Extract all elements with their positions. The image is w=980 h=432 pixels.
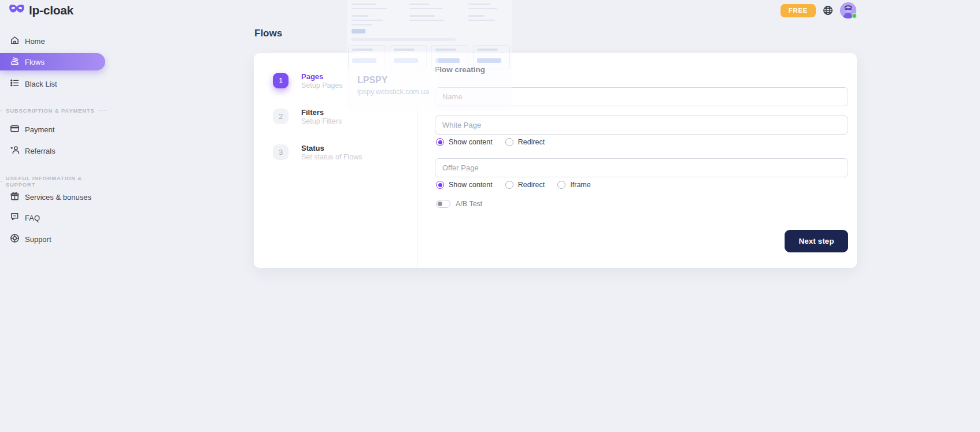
faq-bubble-icon: ?! xyxy=(10,212,20,224)
sidebar-item-referrals[interactable]: Referrals xyxy=(0,142,56,159)
flow-name-input[interactable] xyxy=(435,87,848,106)
sidebar-item-label: Black List xyxy=(25,80,57,88)
sidebar-item-support[interactable]: Support xyxy=(0,230,51,248)
white-page-mode-radio-group: Show content Redirect xyxy=(436,138,545,146)
radio-circle xyxy=(557,181,565,189)
sidebar-item-label: Services & bonuses xyxy=(25,193,91,202)
flow-creating-card: 1 Pages Setup Pages 2 Filters Setup Filt… xyxy=(254,53,857,268)
radio-circle xyxy=(436,138,444,146)
white-page-input[interactable] xyxy=(435,116,848,135)
sidebar-item-home[interactable]: Home xyxy=(0,32,45,50)
radio-circle xyxy=(436,181,444,189)
radio-redirect[interactable]: Redirect xyxy=(505,138,545,146)
sidebar: lp-cloak Home Flows Black List SUBSCRIPT… xyxy=(0,0,145,432)
list-icon xyxy=(10,78,20,90)
step-number-badge: 2 xyxy=(273,109,289,124)
ab-test-toggle-row: A/B Test xyxy=(436,200,482,208)
sidebar-item-label: Support xyxy=(25,235,51,244)
card-divider xyxy=(417,53,417,268)
sidebar-section-header: USEFUL INFORMATION & SUPPORT xyxy=(0,175,107,188)
step-number-badge: 1 xyxy=(273,73,289,88)
gift-icon xyxy=(10,191,20,203)
step-title: Pages xyxy=(301,73,343,81)
plan-badge[interactable]: FREE xyxy=(781,4,816,17)
ab-test-toggle[interactable] xyxy=(436,200,450,208)
sidebar-item-payment[interactable]: Payment xyxy=(0,121,54,138)
form-title: Flow creating xyxy=(435,65,485,74)
step-title: Filters xyxy=(301,109,342,117)
step-subtitle: Setup Filters xyxy=(301,117,342,125)
radio-show-content[interactable]: Show content xyxy=(436,181,493,189)
sidebar-item-black-list[interactable]: Black List xyxy=(0,75,57,92)
sidebar-item-label: Flows xyxy=(25,58,45,66)
offer-page-input[interactable] xyxy=(435,158,848,177)
step-title: Status xyxy=(301,144,363,152)
lifebuoy-icon xyxy=(10,233,20,245)
radio-iframe[interactable]: Iframe xyxy=(557,181,590,189)
ab-test-label: A/B Test xyxy=(456,200,482,208)
flows-stack-icon xyxy=(10,56,20,68)
radio-show-content[interactable]: Show content xyxy=(436,138,493,146)
sidebar-item-faq[interactable]: ?! FAQ xyxy=(0,209,40,226)
toggle-knob xyxy=(438,202,442,206)
step-subtitle: Set status of Flows xyxy=(301,153,363,161)
sidebar-item-label: Home xyxy=(25,37,45,46)
brand-name: lp-cloak xyxy=(29,3,73,17)
wizard-step-pages[interactable]: 1 Pages Setup Pages xyxy=(273,73,343,90)
sidebar-item-label: Payment xyxy=(25,125,54,134)
next-step-button[interactable]: Next step xyxy=(785,230,848,252)
user-avatar[interactable] xyxy=(840,2,856,18)
credit-card-icon xyxy=(10,124,20,136)
page-title: Flows xyxy=(254,28,282,39)
offer-page-mode-radio-group: Show content Redirect Iframe xyxy=(436,181,591,189)
radio-circle xyxy=(505,138,513,146)
radio-circle xyxy=(505,181,513,189)
sidebar-item-label: Referrals xyxy=(25,147,56,155)
radio-redirect[interactable]: Redirect xyxy=(505,181,545,189)
referral-person-icon xyxy=(10,145,20,157)
sidebar-item-label: FAQ xyxy=(25,214,40,222)
sidebar-section-header: SUBSCRIPTION & PAYMENTS xyxy=(0,107,107,114)
sidebar-item-flows[interactable]: Flows xyxy=(0,53,105,70)
sidebar-item-services-bonuses[interactable]: Services & bonuses xyxy=(0,188,91,206)
brand-logo[interactable]: lp-cloak xyxy=(9,3,73,17)
language-globe-icon[interactable] xyxy=(823,5,833,16)
home-icon xyxy=(10,35,20,47)
topbar-actions: FREE xyxy=(781,0,856,21)
step-number-badge: 3 xyxy=(273,144,289,160)
online-status-dot xyxy=(852,13,857,18)
svg-text:?!: ?! xyxy=(13,214,16,218)
step-subtitle: Setup Pages xyxy=(301,81,343,90)
wizard-step-status[interactable]: 3 Status Set status of Flows xyxy=(273,144,363,161)
mask-icon xyxy=(9,3,25,17)
wizard-step-filters[interactable]: 2 Filters Setup Filters xyxy=(273,109,342,125)
